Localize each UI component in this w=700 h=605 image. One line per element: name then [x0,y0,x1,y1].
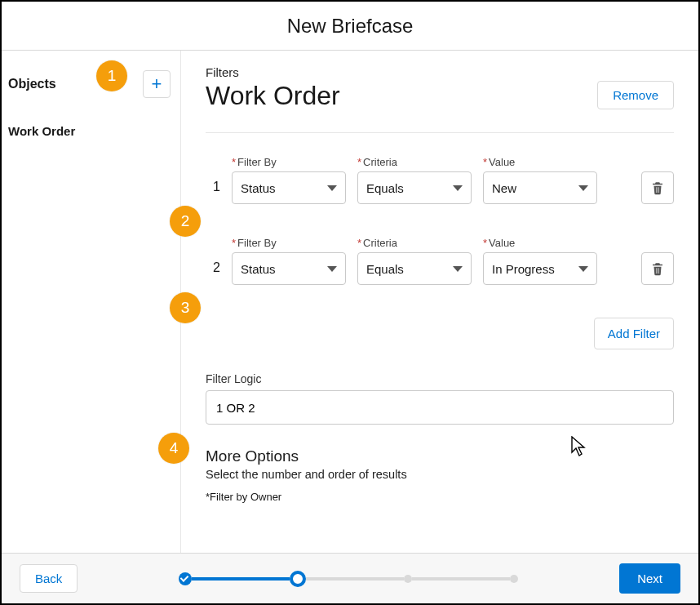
add-filter-row: Add Filter [206,318,674,349]
modal-body: Objects + Work Order 1 Filters Work Orde… [2,51,698,553]
progress-step-3-icon [404,575,412,583]
progress-step-4-icon [510,575,518,583]
chevron-down-icon [453,185,463,191]
filter-row: 2 *Filter By Status *Criteria Equals [206,237,674,285]
filter-logic-label: Filter Logic [206,372,674,385]
progress-step-2-current-icon [290,571,306,587]
filter-by-value: Status [241,262,276,276]
chevron-down-icon [327,266,337,272]
filter-by-select[interactable]: Status [232,252,346,285]
filter-row-number: 2 [206,260,220,285]
chevron-down-icon [578,266,588,272]
filter-by-owner-label: *Filter by Owner [206,491,281,503]
more-options-title: More Options [206,447,674,465]
criteria-select[interactable]: Equals [357,252,472,285]
delete-filter-button[interactable] [641,252,674,285]
modal-title: New Briefcase [2,2,698,51]
remove-button[interactable]: Remove [597,81,674,109]
criteria-label: *Criteria [357,237,472,249]
value-value: In Progress [492,262,555,276]
filter-logic-input[interactable] [206,390,674,425]
progress-segment [192,577,290,581]
main-panel: Filters Work Order Remove 1 *Filter By S… [181,51,698,553]
plus-icon: + [152,75,162,93]
modal-window: New Briefcase Objects + Work Order 1 Fil… [0,0,700,605]
criteria-value: Equals [366,181,404,195]
trash-icon [650,180,665,195]
next-button[interactable]: Next [619,563,680,594]
filter-row-number: 1 [206,180,220,204]
progress-indicator [87,571,609,587]
chevron-down-icon [327,185,337,191]
add-object-button[interactable]: + [143,70,171,98]
sidebar: Objects + Work Order 1 [2,51,181,553]
more-options-subtitle: Select the number and order of results [206,468,674,481]
footer: Back Next [2,553,698,603]
filter-row: 1 *Filter By Status *Criteria Equals [206,156,674,204]
value-value: New [492,181,516,195]
filter-by-select[interactable]: Status [232,171,346,204]
main-scroll[interactable]: Filters Work Order Remove 1 *Filter By S… [181,51,698,553]
sidebar-header: Objects + [2,56,180,113]
criteria-label: *Criteria [357,156,472,168]
object-heading: Work Order [206,81,340,111]
sidebar-heading: Objects [8,77,56,91]
value-select[interactable]: New [483,171,597,204]
filter-by-label: *Filter By [232,237,346,249]
filter-by-label: *Filter By [232,156,346,168]
criteria-value: Equals [366,262,404,276]
divider [206,132,674,133]
progress-segment [306,577,404,581]
progress-segment [412,577,510,581]
delete-filter-button[interactable] [641,171,674,204]
trash-icon [650,261,665,276]
more-options-section: More Options Select the number and order… [206,447,674,504]
filters-label: Filters [206,65,674,79]
value-label: *Value [483,237,597,249]
value-select[interactable]: In Progress [483,252,597,285]
chevron-down-icon [578,185,588,191]
filter-by-value: Status [241,181,276,195]
chevron-down-icon [453,266,463,272]
heading-row: Work Order Remove [206,81,674,111]
add-filter-button[interactable]: Add Filter [594,318,674,349]
back-button[interactable]: Back [20,564,78,593]
value-label: *Value [483,156,597,168]
criteria-select[interactable]: Equals [357,171,472,204]
sidebar-item-work-order[interactable]: Work Order [2,113,180,149]
progress-step-1-complete-icon [179,572,192,585]
